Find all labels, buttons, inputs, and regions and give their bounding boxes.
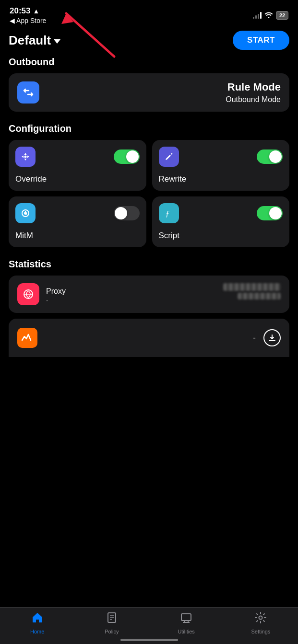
battery-indicator: 22 [276, 11, 288, 20]
script-card-top: ƒ [159, 203, 283, 223]
proxy-icon [17, 283, 39, 305]
tab-settings[interactable]: Settings [246, 611, 275, 634]
rewrite-toggle[interactable] [257, 150, 283, 164]
stats-bottom-card[interactable]: - [9, 319, 289, 357]
status-left: 20:53 ▲ ◀ App Store [10, 6, 46, 24]
override-card[interactable]: Override [9, 140, 146, 191]
configuration-section-title: Configuration [9, 123, 289, 134]
mitm-toggle[interactable] [114, 206, 140, 220]
policy-icon [106, 611, 118, 627]
svg-point-16 [259, 616, 262, 620]
tab-home-label: Home [30, 629, 44, 634]
svg-point-2 [24, 156, 27, 158]
main-content: Default START Outbound Rule Mode Outboun… [0, 26, 298, 357]
override-icon [15, 147, 36, 167]
header-row: Default START [9, 31, 289, 50]
settings-icon [254, 611, 267, 627]
signal-icon [253, 12, 262, 19]
rewrite-icon [159, 147, 179, 167]
stats-bottom-icon [17, 328, 37, 348]
wifi-icon [264, 12, 273, 20]
outbound-mode-value: Rule Mode Outbound Mode [226, 81, 281, 104]
tab-settings-label: Settings [251, 629, 271, 634]
outbound-mode-icon [17, 81, 39, 104]
tab-policy-label: Policy [105, 629, 119, 634]
stats-dash: - [253, 333, 256, 343]
proxy-stat-download [238, 293, 281, 299]
override-toggle[interactable] [114, 150, 140, 164]
script-icon: ƒ [159, 203, 179, 223]
status-right: 22 [253, 11, 288, 20]
home-indicator [120, 639, 178, 641]
svg-rect-12 [181, 614, 191, 621]
override-card-top [15, 147, 140, 167]
rewrite-card[interactable]: Rewrite [152, 140, 290, 191]
script-toggle[interactable] [257, 206, 283, 220]
status-time: 20:53 ▲ [10, 6, 46, 16]
mitm-label: MitM [15, 231, 140, 241]
proxy-stat-upload [223, 283, 281, 291]
script-label: Script [159, 231, 283, 241]
download-circle-icon[interactable] [263, 329, 281, 346]
outbound-card-left [17, 81, 39, 104]
mitm-icon [15, 203, 36, 223]
rewrite-card-top [159, 147, 283, 167]
svg-text:ƒ: ƒ [166, 209, 169, 218]
utilities-icon [180, 611, 192, 627]
stats-bottom-right: - [253, 329, 281, 346]
proxy-row: Proxy - [17, 283, 281, 305]
configuration-grid: Override Rewrite [9, 140, 289, 247]
outbound-section-title: Outbound [9, 57, 289, 68]
start-button[interactable]: START [233, 31, 289, 50]
mitm-card-top [15, 203, 140, 223]
svg-rect-4 [24, 212, 27, 215]
tab-utilities-label: Utilities [178, 629, 194, 634]
proxy-info: Proxy - [46, 285, 66, 304]
script-card[interactable]: ƒ Script [152, 196, 290, 247]
tab-policy[interactable]: Policy [97, 611, 126, 634]
profile-name: Default [9, 33, 51, 48]
proxy-sublabel: - [46, 297, 66, 304]
proxy-label: Proxy [46, 287, 66, 296]
profile-selector[interactable]: Default [9, 33, 60, 48]
override-label: Override [15, 174, 140, 184]
outbound-card[interactable]: Rule Mode Outbound Mode [9, 73, 289, 112]
location-arrow-icon: ▲ [33, 7, 39, 15]
rewrite-label: Rewrite [159, 174, 283, 184]
tab-utilities[interactable]: Utilities [172, 611, 201, 634]
app-store-back-button[interactable]: ◀ App Store [10, 17, 46, 24]
status-bar: 20:53 ▲ ◀ App Store 22 [0, 0, 298, 26]
mitm-card[interactable]: MitM [9, 196, 146, 247]
proxy-left: Proxy - [17, 283, 66, 305]
home-icon [31, 611, 44, 627]
dropdown-arrow-icon [54, 39, 60, 44]
statistics-section-title: Statistics [9, 259, 289, 270]
tab-home[interactable]: Home [23, 611, 52, 634]
proxy-stats [223, 283, 281, 299]
proxy-card[interactable]: Proxy - [9, 276, 289, 313]
